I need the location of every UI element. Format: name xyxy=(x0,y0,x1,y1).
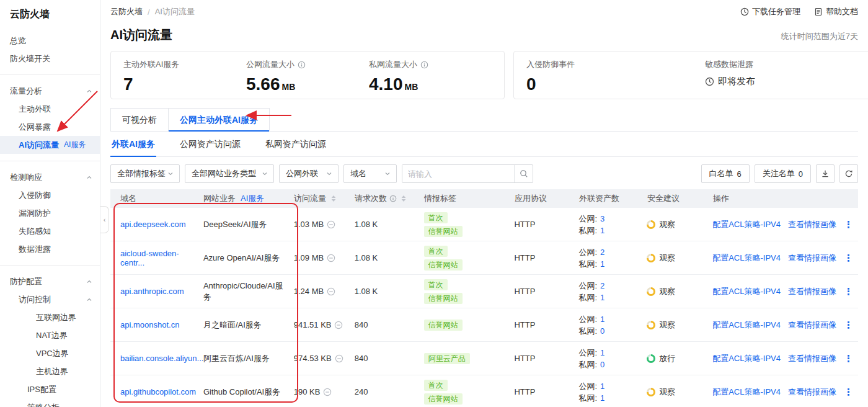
refresh-button[interactable] xyxy=(839,164,858,183)
sidebar-item[interactable]: 公网暴露 xyxy=(0,118,100,136)
public-assets-count[interactable]: 2 xyxy=(600,248,604,257)
private-assets-count[interactable]: 0 xyxy=(600,326,604,336)
sidebar-item[interactable]: 主动外联 xyxy=(0,100,100,118)
protocol-label: HTTP xyxy=(514,387,535,396)
info-icon[interactable] xyxy=(389,195,397,202)
domain-link[interactable]: api.anthropic.com xyxy=(120,287,184,296)
domain-link[interactable]: api.githubcopilot.com xyxy=(120,387,196,396)
sidebar-item[interactable]: 总览 xyxy=(0,32,100,50)
col-traffic-label: 访问流量 xyxy=(294,193,326,204)
advice-cell: 观察 xyxy=(647,320,712,331)
assets-cell: 公网:1 私网:0 xyxy=(578,313,647,337)
view-intel-profile-link[interactable]: 查看情报画像 xyxy=(788,320,836,331)
private-assets-count[interactable]: 1 xyxy=(600,293,604,302)
view-intel-profile-link[interactable]: 查看情报画像 xyxy=(788,253,836,264)
domain-link[interactable]: api.deepseek.com xyxy=(120,220,186,229)
breadcrumb-current: AI访问流量 xyxy=(155,6,195,17)
more-actions-icon[interactable]: ⋮ xyxy=(844,387,853,398)
col-business: 网站业务AI服务 xyxy=(203,193,294,204)
private-assets-count[interactable]: 1 xyxy=(600,226,604,235)
search-input[interactable] xyxy=(402,165,514,182)
private-assets-count[interactable]: 1 xyxy=(600,259,604,269)
sidebar-item[interactable]: 策略分析 xyxy=(0,398,100,407)
sidebar-item[interactable]: 检测响应 xyxy=(0,168,100,186)
intel-tag-select[interactable]: 全部情报标签 xyxy=(110,164,180,183)
advice-cell: 观察 xyxy=(647,253,712,264)
breadcrumb-root[interactable]: 云防火墙 xyxy=(110,6,143,17)
ai-services-table: 域名 网站业务AI服务 访问流量 请求次数 情报标签 应用协议 外联资产数 安全… xyxy=(110,189,858,407)
sort-icon[interactable] xyxy=(401,195,406,202)
tab-public-outbound-ai-services[interactable]: 公网主动外联AI服务 xyxy=(168,108,270,131)
public-assets-count[interactable]: 1 xyxy=(600,315,604,324)
sidebar-item[interactable]: 流量分析 xyxy=(0,82,100,100)
sidebar-item[interactable]: 失陷感知 xyxy=(0,222,100,240)
sidebar-collapse-handle[interactable]: ‹ xyxy=(100,206,109,233)
intel-tag: 信誉网站 xyxy=(424,259,463,271)
subtab-outbound-ai-services[interactable]: 外联AI服务 xyxy=(110,132,156,157)
public-assets-count[interactable]: 1 xyxy=(600,382,604,391)
service-label: 阿里云百炼/AI服务 xyxy=(203,354,270,363)
public-assets-count[interactable]: 3 xyxy=(600,214,604,223)
public-assets-count[interactable]: 2 xyxy=(600,281,604,290)
sidebar-item[interactable]: NAT边界 xyxy=(0,326,100,344)
search-field-select[interactable]: 域名 xyxy=(343,164,397,183)
chevron-up-icon xyxy=(86,174,92,181)
domain-link[interactable]: bailian.console.aliyun... xyxy=(120,354,203,363)
subtab-public-asset-sources[interactable]: 公网资产访问源 xyxy=(179,132,242,157)
subtab-private-asset-sources[interactable]: 私网资产访问源 xyxy=(264,132,327,157)
help-doc-link[interactable]: 帮助文档 xyxy=(814,6,858,17)
business-filter-link[interactable]: AI服务 xyxy=(241,194,264,203)
public-assets-count[interactable]: 1 xyxy=(600,348,604,357)
search-icon[interactable] xyxy=(514,165,533,182)
site-business-type-select[interactable]: 全部网站业务类型 xyxy=(185,164,274,183)
sidebar-item[interactable]: 漏洞防护 xyxy=(0,204,100,222)
domain-link[interactable]: api.moonshot.cn xyxy=(120,320,179,329)
sidebar-item[interactable]: AI访问流量 AI服务 xyxy=(0,136,100,154)
more-actions-icon[interactable]: ⋮ xyxy=(844,253,853,264)
view-intel-profile-link[interactable]: 查看情报画像 xyxy=(788,219,836,230)
intel-tags: 首次信誉网站 xyxy=(424,380,515,405)
watchlist-button[interactable]: 关注名单 0 xyxy=(755,164,811,183)
more-actions-icon[interactable]: ⋮ xyxy=(844,320,853,331)
sidebar-item[interactable]: 入侵防御 xyxy=(0,186,100,204)
stat-outbound-ai-services: 主动外联AI服务 7 xyxy=(123,59,246,93)
select-value: 公网外联 xyxy=(286,168,318,179)
export-button[interactable] xyxy=(816,164,835,183)
configure-acl-link[interactable]: 配置ACL策略-IPV4 xyxy=(712,353,781,364)
view-intel-profile-link[interactable]: 查看情报画像 xyxy=(788,286,836,297)
more-actions-icon[interactable]: ⋮ xyxy=(844,286,853,297)
download-task-manager-link[interactable]: 下载任务管理 xyxy=(740,6,800,17)
sidebar-item[interactable]: 数据泄露 xyxy=(0,240,100,258)
stat-label: 公网流量大小 xyxy=(246,59,294,70)
sidebar-item[interactable]: 防护配置 xyxy=(0,272,100,290)
tab-visual-analysis[interactable]: 可视分析 xyxy=(110,108,169,131)
col-traffic: 访问流量 xyxy=(294,193,355,204)
outbound-type-select[interactable]: 公网外联 xyxy=(279,164,339,183)
info-icon[interactable] xyxy=(298,61,306,69)
sidebar-item[interactable]: 主机边界 xyxy=(0,362,100,380)
view-intel-profile-link[interactable]: 查看情报画像 xyxy=(788,387,836,398)
sidebar-item[interactable]: 防火墙开关 xyxy=(0,50,100,68)
configure-acl-link[interactable]: 配置ACL策略-IPV4 xyxy=(712,286,781,297)
view-intel-profile-link[interactable]: 查看情报画像 xyxy=(788,353,836,364)
private-assets-label: 私网: xyxy=(578,393,597,403)
whitelist-button[interactable]: 白名单 6 xyxy=(701,164,750,183)
table-row: aicloud-sweden-centr... Azure OpenAI/AI服… xyxy=(110,241,858,275)
sort-icon[interactable] xyxy=(331,195,336,202)
sidebar-item[interactable]: IPS配置 xyxy=(0,380,100,398)
private-assets-count[interactable]: 0 xyxy=(600,360,604,369)
info-icon[interactable] xyxy=(420,61,428,69)
configure-acl-link[interactable]: 配置ACL策略-IPV4 xyxy=(712,219,781,230)
private-assets-count[interactable]: 1 xyxy=(600,393,604,403)
table-row: bailian.console.aliyun... 阿里云百炼/AI服务 974… xyxy=(110,342,858,375)
more-actions-icon[interactable]: ⋮ xyxy=(844,219,853,230)
configure-acl-link[interactable]: 配置ACL策略-IPV4 xyxy=(712,320,781,331)
sidebar-item[interactable]: 互联网边界 xyxy=(0,308,100,326)
configure-acl-link[interactable]: 配置ACL策略-IPV4 xyxy=(712,387,781,398)
configure-acl-link[interactable]: 配置ACL策略-IPV4 xyxy=(712,253,781,264)
minus-circle-icon xyxy=(327,254,335,262)
sidebar-item[interactable]: 访问控制 xyxy=(0,290,100,308)
more-actions-icon[interactable]: ⋮ xyxy=(844,353,853,364)
domain-link[interactable]: aicloud-sweden-centr... xyxy=(120,249,179,267)
sidebar-item[interactable]: VPC边界 xyxy=(0,344,100,362)
